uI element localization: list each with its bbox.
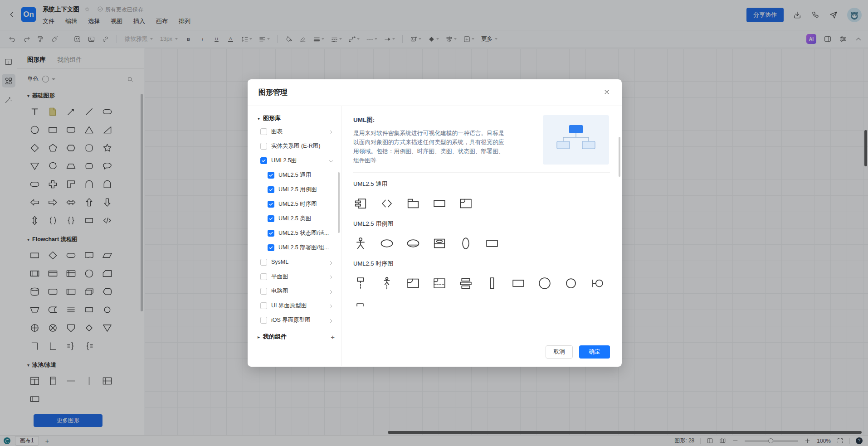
chevron-down-icon[interactable] xyxy=(328,158,334,163)
tree-item-1[interactable]: 实体关系图 (E-R图) xyxy=(258,139,341,153)
checkbox[interactable] xyxy=(268,244,274,251)
group-shapes-0 xyxy=(353,194,622,213)
chevron-right-icon[interactable] xyxy=(328,303,334,308)
chevron-right-icon[interactable] xyxy=(328,317,334,323)
checkbox[interactable] xyxy=(268,215,274,222)
tree-item-10[interactable]: 平面图 xyxy=(258,269,341,284)
shape-uml-fragments[interactable] xyxy=(458,274,473,292)
checkbox[interactable] xyxy=(260,302,267,309)
library-tree: ▾ 图形库 图表实体关系图 (E-R图)UML2.5图UML2.5 通用UML2… xyxy=(248,106,341,366)
chevron-right-icon[interactable] xyxy=(328,129,334,134)
library-detail: UML图: 是用来对软件密集系统进行可视化建模的一种语言。目标是以面向对象图的方… xyxy=(341,106,622,366)
group-shapes-2 xyxy=(353,274,622,292)
dialog-title: 图形管理 xyxy=(258,88,288,97)
shape-uml-alt-frame[interactable] xyxy=(432,274,446,292)
chevron-right-icon[interactable] xyxy=(328,288,334,294)
shape-uml-actor-lifeline[interactable] xyxy=(380,274,394,292)
cancel-button[interactable]: 取消 xyxy=(546,345,573,359)
chevron-right-icon[interactable] xyxy=(328,274,334,279)
shape-uml-frame[interactable] xyxy=(406,274,420,292)
tree-item-6[interactable]: UML2.5 类图 xyxy=(258,211,341,226)
checkbox[interactable] xyxy=(260,143,267,150)
chevron-right-icon[interactable] xyxy=(328,259,334,265)
confirm-button[interactable]: 确定 xyxy=(579,345,610,359)
tree-root-library[interactable]: ▾ 图形库 xyxy=(258,112,341,124)
tree-item-12[interactable]: UI 界面原型图 xyxy=(258,298,341,313)
add-component-icon[interactable]: + xyxy=(331,333,335,341)
shape-uml-frame[interactable] xyxy=(458,194,473,213)
tree-item-0[interactable]: 图表 xyxy=(258,124,341,139)
shape-uml-rect[interactable] xyxy=(511,274,525,292)
detail-description: 是用来对软件密集系统进行可视化建模的一种语言。目标是以面向对象图的方式来描述任何… xyxy=(353,129,506,165)
checkbox[interactable] xyxy=(260,128,267,135)
shape-uml-lifeline[interactable] xyxy=(353,274,367,292)
checkbox[interactable] xyxy=(268,201,274,208)
shape-uml-circle-lg[interactable] xyxy=(537,274,551,292)
tree-item-13[interactable]: iOS 界面原型图 xyxy=(258,313,341,327)
shape-uml-usecase[interactable] xyxy=(380,234,394,252)
shape-uml-usecase-ext[interactable] xyxy=(406,234,420,252)
checkbox[interactable] xyxy=(260,157,267,164)
tree-item-3[interactable]: UML2.5 通用 xyxy=(258,168,341,182)
triangle-down-icon: ▾ xyxy=(258,116,260,121)
checkbox[interactable] xyxy=(260,273,267,280)
tree-my-components[interactable]: ▸ 我的组件 + xyxy=(258,331,341,343)
checkbox[interactable] xyxy=(260,317,267,324)
shape-uml-actor[interactable] xyxy=(353,234,367,252)
group-label-0: UML2.5 通用 xyxy=(353,180,622,188)
group-shapes-1 xyxy=(353,234,622,252)
tree-item-11[interactable]: 电路图 xyxy=(258,284,341,298)
checkbox[interactable] xyxy=(268,172,274,179)
shape-uml-component[interactable] xyxy=(353,194,367,213)
shape-uml-circle[interactable] xyxy=(564,274,578,292)
shape-uml-system[interactable] xyxy=(432,234,446,252)
shape-uml-tall-ellipse[interactable] xyxy=(458,234,473,252)
group-label-2: UML2.5 时序图 xyxy=(353,260,622,268)
shape-manager-dialog: 图形管理 ▾ 图形库 图表实体关系图 (E-R图)UML2.5图UML2.5 通… xyxy=(248,79,622,367)
shape-uml-expansion[interactable] xyxy=(380,194,394,213)
tree-item-9[interactable]: SysML xyxy=(258,255,341,269)
shape-uml-boundary[interactable] xyxy=(590,274,604,292)
tree-item-4[interactable]: UML2.5 用例图 xyxy=(258,182,341,197)
app-root: On 系统上下文图 所有更改已保存 文件编辑选择视图插入画布排列 分享协作 xyxy=(0,0,868,446)
shape-uml-clipped xyxy=(353,302,371,306)
close-icon[interactable] xyxy=(603,88,611,97)
tree-item-7[interactable]: UML2.5 状态图/活... xyxy=(258,226,341,240)
shape-uml-rect[interactable] xyxy=(485,234,499,252)
detail-scrollbar[interactable] xyxy=(619,137,620,177)
tree-item-5[interactable]: UML2.5 时序图 xyxy=(258,197,341,211)
checkbox[interactable] xyxy=(260,288,267,295)
checkbox[interactable] xyxy=(268,230,274,237)
shape-uml-rect[interactable] xyxy=(432,194,446,213)
tree-item-8[interactable]: UML2.5 部署图/组... xyxy=(258,240,341,255)
triangle-right-icon: ▸ xyxy=(258,334,260,339)
library-preview-thumbnail xyxy=(543,115,609,165)
checkbox[interactable] xyxy=(268,186,274,193)
group-label-1: UML2.5 用例图 xyxy=(353,220,622,228)
tree-scrollbar[interactable] xyxy=(338,172,340,233)
checkbox[interactable] xyxy=(260,259,267,266)
shape-uml-activation[interactable] xyxy=(485,274,499,292)
tree-item-2[interactable]: UML2.5图 xyxy=(258,153,341,168)
shape-uml-package[interactable] xyxy=(406,194,420,213)
